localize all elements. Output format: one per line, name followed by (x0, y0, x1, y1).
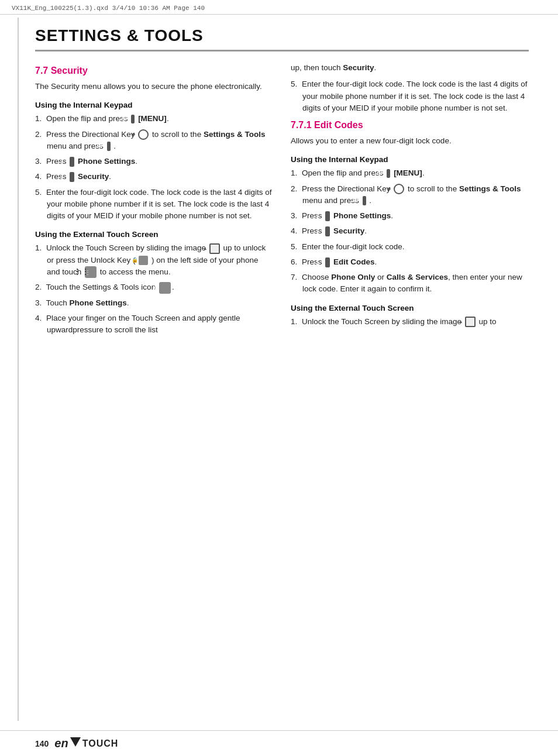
ok-icon: OK (107, 142, 111, 151)
list-item: 1. Open the flip and press OK [MENU]. (291, 167, 529, 179)
list-item: 2. Press the Directional Key to scroll t… (35, 129, 273, 153)
num1-icon: 1 (325, 257, 330, 267)
internal-keypad-steps-left: 1. Open the flip and press OK [MENU]. 2.… (35, 113, 273, 222)
brand-logo: en TOUCH (54, 737, 118, 750)
external-touch-steps-left: 1. Unlock the Touch Screen by sliding th… (35, 242, 273, 336)
directional-key-icon (138, 129, 149, 140)
directional-key-icon (394, 184, 404, 194)
num7-icon: 7 (70, 157, 74, 167)
list-item: 6. Press 1 Edit Codes. (291, 256, 529, 268)
list-item: 7. Choose Phone Only or Calls & Services… (291, 272, 529, 295)
section-771-intro: Allows you to enter a new four-digit loc… (291, 135, 529, 147)
svg-marker-0 (70, 737, 81, 747)
brand-touch: TOUCH (82, 738, 119, 749)
page-header: VX11K_Eng_100225(1.3).qxd 3/4/10 10:36 A… (0, 0, 558, 15)
ok-icon: OK (131, 115, 135, 124)
external-touch-subtitle-left: Using the External Touch Screen (35, 230, 273, 239)
list-item: 1. Open the flip and press OK [MENU]. (35, 113, 273, 125)
header-text: VX11K_Eng_100225(1.3).qxd 3/4/10 10:36 A… (12, 5, 205, 12)
lock-icon (139, 256, 148, 265)
ok-icon: OK (387, 169, 390, 178)
num7-icon: 7 (325, 211, 330, 221)
border-left (18, 18, 19, 721)
internal-keypad-steps-right: 1. Open the flip and press OK [MENU]. 2.… (291, 167, 529, 295)
list-item: 2. Press the Directional Key to scroll t… (291, 183, 529, 207)
list-item: 5. Enter the four-digit lock code. The l… (291, 78, 529, 114)
menu-icon: ⋮⋮ (85, 266, 97, 278)
num7-icon: 7 (70, 172, 74, 182)
list-item: 3. Touch Phone Settings. (35, 297, 273, 309)
list-item: 3. Press 7 Phone Settings. (291, 210, 529, 222)
right-step5: 5. Enter the four-digit lock code. The l… (291, 78, 529, 114)
ok-icon: OK (363, 196, 366, 205)
list-item: 1. Unlock the Touch Screen by sliding th… (291, 316, 529, 328)
continuation-text: up, then touch Security. (291, 62, 529, 74)
page-number: 140 (35, 739, 49, 748)
brand-en: en (54, 737, 68, 750)
internal-keypad-subtitle-right: Using the Internal Keypad (291, 155, 529, 164)
external-touch-steps-right: 1. Unlock the Touch Screen by sliding th… (291, 316, 529, 328)
list-item: 4. Press 7 Security. (35, 171, 273, 183)
list-item: 3. Press 7 Phone Settings. (35, 156, 273, 167)
list-item: 4. Place your finger on the Touch Screen… (35, 312, 273, 336)
content-wrapper: SETTINGS & TOOLS 7.7 Security The Securi… (0, 15, 558, 351)
main-title: SETTINGS & TOOLS (35, 26, 529, 51)
unlock-icon (209, 243, 220, 254)
list-item: 5. Enter the four-digit lock code. The l… (35, 187, 273, 222)
internal-keypad-subtitle-left: Using the Internal Keypad (35, 101, 273, 109)
section-77-title: 7.7 Security (35, 66, 273, 76)
settings-icon (159, 282, 171, 294)
brand-v-shape (70, 737, 81, 750)
left-column: 7.7 Security The Security menu allows yo… (35, 62, 273, 339)
right-column: up, then touch Security. 5. Enter the fo… (291, 62, 529, 339)
section-77-intro: The Security menu allows you to secure t… (35, 81, 273, 92)
two-col-layout: 7.7 Security The Security menu allows yo… (35, 62, 529, 339)
section-771-title: 7.7.1 Edit Codes (291, 120, 529, 130)
external-touch-subtitle-right: Using the External Touch Screen (291, 304, 529, 312)
unlock-icon (465, 317, 476, 327)
page-footer: 140 en TOUCH (0, 730, 558, 756)
list-item: 4. Press 7 Security. (291, 225, 529, 237)
list-item: 5. Enter the four-digit lock code. (291, 241, 529, 253)
num7-icon: 7 (325, 226, 330, 236)
list-item: 1. Unlock the Touch Screen by sliding th… (35, 242, 273, 278)
list-item: 2. Touch the Settings & Tools icon . (35, 281, 273, 293)
